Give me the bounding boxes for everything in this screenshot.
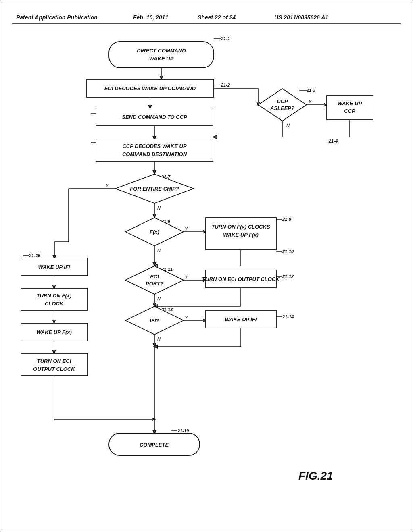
n2-text: ECI DECODES WAKE UP COMMAND [104,85,196,91]
n17-text: WAKE UP F(x) [36,329,72,335]
lbl-n-7: N [157,206,161,210]
n14-text: WAKE UP IFI [225,316,257,322]
node-21-16 [21,288,88,310]
node-21-1 [109,42,214,68]
id-21-19: 21-19 [177,428,189,433]
full-diagram: .btext { font-family: Arial, sans-serif;… [0,0,413,532]
n18-t1: TURN ON ECI [37,358,71,364]
n13-text: IFI? [150,318,159,324]
id-21-2: 21-2 [221,83,230,87]
header-patent: US 2011/0035626 A1 [274,14,328,21]
n5-text: SEND COMMAND TO CCP [122,114,187,120]
n3-t1: CCP [277,98,288,104]
header-left: Patent Application Publication [16,14,98,21]
n7-text: FOR ENTIRE CHIP? [130,186,179,192]
lbl-n-11: N [157,296,161,301]
n12-text: TURN ON ECI OUTPUT CLOCK [202,276,280,282]
n9-t2: WAKE UP F(x) [223,232,259,238]
header-date: Feb. 10, 2011 [133,14,168,21]
id-21-15: 21-15 [29,253,41,258]
n16-t1: TURN ON F(x) [37,293,72,299]
header-sheet: Sheet 22 of 24 [198,14,236,21]
n1-t1: DIRECT COMMAND [137,48,186,54]
n11-t1: ECI [150,274,159,280]
id-21-1: 21-1 [221,36,230,41]
n6-t2: COMMAND DESTINATION [122,151,187,157]
lbl-n-8: N [157,248,161,253]
node-21-4 [327,96,373,120]
lbl-n-3: N [286,123,290,128]
fig-label: FIG.21 [298,470,333,482]
n15-text: WAKE UP IFI [38,264,70,270]
n18-t2: OUTPUT CLOCK [33,366,75,372]
n4-t1: WAKE UP [338,100,362,106]
node-21-18 [21,353,88,376]
n8-text: F(x) [150,229,159,235]
id-21-14: 21-14 [282,314,294,319]
n11-t2: PORT? [146,281,163,287]
n9-t1: TURN ON F(x) CLOCKS [211,224,270,230]
n1-t2: WAKE UP [149,56,174,62]
n16-t2: CLOCK [45,301,64,307]
id-21-10: 21-10 [282,249,294,254]
id-21-9: 21-9 [282,217,292,222]
id-21-12: 21-12 [282,274,294,279]
n4-t2: CCP [344,108,355,114]
id-21-3: 21-3 [306,88,315,93]
n19-text: COMPLETE [140,442,169,448]
lbl-n-13: N [157,337,161,341]
node-21-6 [96,139,213,161]
n6-t1: CCP DECODES WAKE UP [122,143,186,149]
id-21-4: 21-4 [328,139,338,143]
n3-t2: ASLEEP? [270,105,294,111]
